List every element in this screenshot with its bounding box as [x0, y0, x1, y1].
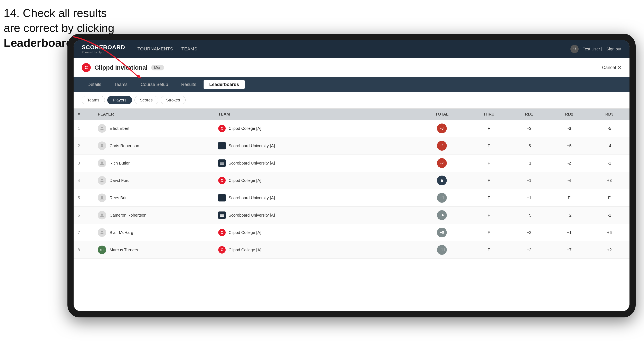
- filter-strokes[interactable]: Strokes: [161, 96, 186, 104]
- cell-rank: 6: [74, 207, 94, 224]
- table-row: 8MTMarcus TurnersCClippd College [A]+11F…: [74, 241, 630, 259]
- filter-players[interactable]: Players: [107, 96, 132, 104]
- filter-scores[interactable]: Scores: [134, 96, 158, 104]
- tab-details[interactable]: Details: [82, 80, 107, 89]
- sign-out-link[interactable]: Sign out: [606, 47, 621, 51]
- team-name: Clippd College [A]: [228, 126, 261, 131]
- col-rd2: RD2: [549, 109, 590, 120]
- tournament-header: C Clippd Invitational Men Cancel ✕: [74, 58, 630, 77]
- player-name: David Ford: [110, 178, 130, 183]
- player-avatar: [98, 193, 106, 202]
- cell-total: +1: [415, 189, 469, 207]
- tab-leaderboards[interactable]: Leaderboards: [204, 80, 245, 89]
- player-name: Cameron Robertson: [110, 213, 146, 218]
- table-row: 6Cameron RobertsonScoreboard University …: [74, 207, 630, 224]
- team-logo-scoreboard: [218, 194, 226, 201]
- leaderboard-table: # PLAYER TEAM TOTAL THRU RD1 RD2 RD3 1El…: [74, 109, 630, 311]
- cell-team: Scoreboard University [A]: [214, 207, 415, 224]
- cell-team: CClippd College [A]: [214, 241, 415, 259]
- cell-rd1: +3: [509, 120, 549, 137]
- cell-rd2: +7: [549, 241, 590, 259]
- cell-rd2: -4: [549, 172, 590, 189]
- table-row: 7Blair McHargCClippd College [A]+9F+2+1+…: [74, 224, 630, 241]
- tournament-name: Clippd Invitational: [94, 64, 148, 71]
- score-badge: -4: [437, 141, 447, 151]
- cell-rank: 5: [74, 189, 94, 207]
- player-avatar: [98, 228, 106, 237]
- cell-rank: 2: [74, 137, 94, 155]
- score-badge: +1: [437, 193, 447, 203]
- logo-sub: Powered by clippd: [82, 51, 125, 54]
- cell-rd3: +3: [589, 172, 630, 189]
- table-row: 2Chris RobertsonScoreboard University [A…: [74, 137, 630, 155]
- nav-items: TOURNAMENTS TEAMS: [137, 44, 570, 54]
- cell-rd3: E: [589, 189, 630, 207]
- cell-rd3: +6: [589, 224, 630, 241]
- cancel-icon: ✕: [618, 65, 621, 70]
- table-body: 1Elliot EbertCClippd College [A]-8F+3-6-…: [74, 120, 630, 259]
- tab-teams[interactable]: Teams: [108, 80, 133, 89]
- score-badge: +6: [437, 210, 447, 220]
- cell-total: +6: [415, 207, 469, 224]
- cell-team: Scoreboard University [A]: [214, 137, 415, 155]
- nav-tournaments[interactable]: TOURNAMENTS: [137, 44, 173, 54]
- score-badge: -8: [437, 124, 447, 133]
- cell-rank: 8: [74, 241, 94, 259]
- cell-rd1: +5: [509, 207, 549, 224]
- cell-rd3: +2: [589, 241, 630, 259]
- col-player: PLAYER: [94, 109, 214, 120]
- cell-team: CClippd College [A]: [214, 172, 415, 189]
- cancel-button[interactable]: Cancel ✕: [602, 65, 621, 70]
- cell-rd1: +1: [509, 172, 549, 189]
- cell-thru: F: [469, 207, 509, 224]
- table-row: 3Rich ButlerScoreboard University [A]-2F…: [74, 155, 630, 172]
- cell-rd2: -2: [549, 155, 590, 172]
- cell-player: David Ford: [94, 172, 214, 189]
- team-name: Scoreboard University [A]: [228, 195, 275, 200]
- table-header: # PLAYER TEAM TOTAL THRU RD1 RD2 RD3: [74, 109, 630, 120]
- team-logo-clippd: C: [218, 177, 226, 184]
- cell-thru: F: [469, 155, 509, 172]
- cell-thru: F: [469, 241, 509, 259]
- col-rd1: RD1: [509, 109, 549, 120]
- col-rank: #: [74, 109, 94, 120]
- nav-teams[interactable]: TEAMS: [181, 44, 197, 54]
- svg-point-2: [101, 144, 103, 146]
- cell-total: -4: [415, 137, 469, 155]
- cell-rank: 1: [74, 120, 94, 137]
- col-rd3: RD3: [589, 109, 630, 120]
- team-name: Clippd College [A]: [228, 248, 261, 252]
- table-row: 1Elliot EbertCClippd College [A]-8F+3-6-…: [74, 120, 630, 137]
- cell-rd3: -1: [589, 207, 630, 224]
- tablet-screen: SCOREBOARD Powered by clippd TOURNAMENTS…: [74, 40, 630, 311]
- filter-row: Teams Players Scores Strokes: [74, 92, 630, 109]
- table-row: 4David FordCClippd College [A]EF+1-4+3: [74, 172, 630, 189]
- table-row: 5Rees BrittScoreboard University [A]+1F+…: [74, 189, 630, 207]
- cell-thru: F: [469, 120, 509, 137]
- cell-team: CClippd College [A]: [214, 120, 415, 137]
- score-badge: +11: [437, 245, 447, 255]
- cell-thru: F: [469, 137, 509, 155]
- cell-team: Scoreboard University [A]: [214, 189, 415, 207]
- team-name: Clippd College [A]: [228, 178, 261, 183]
- cell-team: Scoreboard University [A]: [214, 155, 415, 172]
- player-name: Rich Butler: [110, 161, 130, 166]
- cell-rd1: -5: [509, 137, 549, 155]
- cell-player: Rees Britt: [94, 189, 214, 207]
- cell-rd2: +5: [549, 137, 590, 155]
- cell-total: E: [415, 172, 469, 189]
- cell-rd1: +2: [509, 241, 549, 259]
- team-logo-clippd: C: [218, 229, 226, 236]
- player-avatar: [98, 176, 106, 185]
- tab-results[interactable]: Results: [176, 80, 202, 89]
- tablet-device: SCOREBOARD Powered by clippd TOURNAMENTS…: [68, 34, 636, 318]
- instruction-line-2: are correct by clicking: [4, 21, 114, 35]
- score-badge: +9: [437, 228, 447, 237]
- tournament-badge: Men: [151, 65, 164, 70]
- team-logo-scoreboard: [218, 142, 226, 150]
- player-name: Elliot Ebert: [110, 126, 129, 131]
- cell-player: Blair McHarg: [94, 224, 214, 241]
- user-name: Test User |: [583, 47, 602, 51]
- filter-teams[interactable]: Teams: [82, 96, 105, 104]
- tab-course-setup[interactable]: Course Setup: [135, 80, 174, 89]
